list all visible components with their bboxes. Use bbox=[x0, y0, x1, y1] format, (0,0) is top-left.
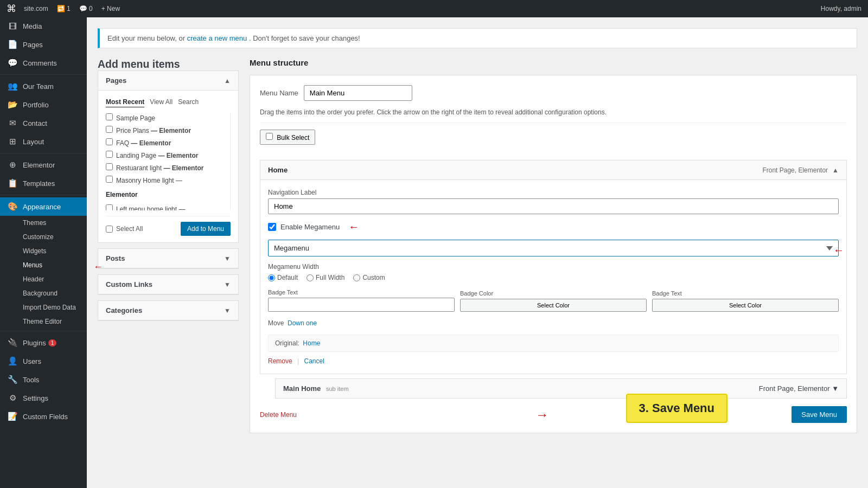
tab-search[interactable]: Search bbox=[178, 97, 199, 107]
cancel-link[interactable]: Cancel bbox=[304, 357, 324, 365]
megamenu-select-arrow: ← bbox=[833, 244, 844, 256]
menu-structure-title: Menu structure bbox=[250, 58, 857, 67]
list-item: Landing Page — Elementor bbox=[106, 150, 228, 159]
width-full-option[interactable]: Full Width bbox=[307, 274, 344, 281]
our-team-icon: 👥 bbox=[7, 81, 18, 91]
megamenu-layout-select[interactable]: Megamenu Standard Dropdown bbox=[268, 240, 839, 256]
badge-text2-col: Badge Text Select Color bbox=[652, 290, 839, 312]
sidebar-item-portfolio[interactable]: 📂 Portfolio bbox=[0, 95, 87, 114]
width-custom-radio[interactable] bbox=[353, 274, 360, 281]
tab-most-recent[interactable]: Most Recent bbox=[106, 97, 144, 107]
page-checkbox-sample[interactable] bbox=[106, 113, 113, 120]
bulk-select-checkbox[interactable] bbox=[266, 133, 273, 140]
categories-section-header[interactable]: Categories ▼ bbox=[98, 301, 238, 320]
menu-sub-header[interactable]: Main Home sub item Front Page, Elementor… bbox=[276, 379, 846, 398]
sidebar-item-our-team[interactable]: 👥 Our Team bbox=[0, 77, 87, 95]
page-checkbox-masonry[interactable] bbox=[106, 176, 113, 183]
select-text-color-button[interactable]: Select Color bbox=[652, 299, 839, 312]
sidebar-item-layout[interactable]: ⊞ Layout bbox=[0, 132, 87, 151]
list-item: Elementor bbox=[106, 188, 228, 201]
media-icon: 🎞 bbox=[7, 22, 18, 31]
sidebar-item-header[interactable]: Header bbox=[0, 272, 87, 286]
sidebar-item-comments[interactable]: 💬 Comments bbox=[0, 54, 87, 72]
select-badge-color-button[interactable]: Select Color bbox=[460, 299, 647, 312]
enable-megamenu-checkbox[interactable] bbox=[268, 223, 276, 231]
nav-label-label: Navigation Label bbox=[268, 189, 839, 196]
page-checkbox-faq[interactable] bbox=[106, 138, 113, 145]
sidebar-item-pages[interactable]: 📄 Pages bbox=[0, 35, 87, 54]
menu-item-home-header[interactable]: Home Front Page, Elementor ▲ bbox=[260, 160, 846, 179]
custom-links-section-header[interactable]: Custom Links ▼ bbox=[98, 275, 238, 294]
sidebar-item-templates[interactable]: 📋 Templates bbox=[0, 174, 87, 192]
add-menu-items-panel: Add menu items Pages ▲ Most Recent View … bbox=[98, 58, 239, 326]
width-full-radio[interactable] bbox=[307, 274, 314, 281]
sidebar-item-elementor[interactable]: ⊕ Elementor bbox=[0, 156, 87, 174]
tab-view-all[interactable]: View All bbox=[150, 97, 173, 107]
page-checkbox-landing[interactable] bbox=[106, 151, 113, 158]
pages-section-header[interactable]: Pages ▲ bbox=[98, 71, 238, 91]
width-default-radio[interactable] bbox=[268, 274, 275, 281]
posts-section-header[interactable]: Posts ▼ bbox=[98, 249, 238, 268]
sidebar-item-theme-editor[interactable]: Theme Editor bbox=[0, 314, 87, 329]
badge-color-col: Badge Color Select Color bbox=[460, 290, 647, 312]
sub-expand-icon[interactable]: ▼ bbox=[832, 384, 839, 393]
nav-label-row: Navigation Label bbox=[268, 189, 839, 214]
create-new-menu-link[interactable]: create a new menu bbox=[187, 34, 247, 42]
width-default-option[interactable]: Default bbox=[268, 274, 298, 281]
original-link[interactable]: Home bbox=[303, 339, 320, 347]
categories-section: Categories ▼ bbox=[98, 300, 239, 321]
enable-megamenu-label: Enable Megamenu bbox=[280, 223, 340, 231]
sidebar-item-settings[interactable]: ⚙ Settings bbox=[0, 389, 87, 407]
badge-text-input[interactable] bbox=[268, 298, 455, 312]
sidebar-item-contact[interactable]: ✉ Contact bbox=[0, 114, 87, 132]
sidebar-item-plugins[interactable]: 🔌 Plugins 1 bbox=[0, 333, 87, 352]
delete-menu-link[interactable]: Delete Menu bbox=[260, 411, 297, 419]
sidebar-item-appearance[interactable]: 🎨 Appearance bbox=[0, 197, 87, 216]
width-custom-option[interactable]: Custom bbox=[353, 274, 385, 281]
sidebar-item-users[interactable]: 👤 Users bbox=[0, 352, 87, 370]
menu-name-input[interactable] bbox=[304, 85, 412, 101]
sidebar-item-widgets[interactable]: Widgets bbox=[0, 244, 87, 258]
new-item-button[interactable]: + New bbox=[101, 5, 120, 12]
pages-chevron-icon: ▲ bbox=[224, 77, 231, 85]
menu-item-home-meta: Front Page, Elementor ▲ bbox=[762, 166, 839, 174]
page-checkbox-left-menu[interactable] bbox=[106, 204, 113, 210]
list-item: Left menu home light — bbox=[106, 204, 228, 210]
wp-logo-icon[interactable]: ⌘ bbox=[7, 3, 16, 15]
page-tabs: Most Recent View All Search bbox=[106, 97, 231, 107]
sidebar-item-media[interactable]: 🎞 Media bbox=[0, 17, 87, 35]
sidebar-item-background[interactable]: Background bbox=[0, 286, 87, 300]
save-menu-button[interactable]: Save Menu bbox=[792, 406, 847, 423]
sidebar-item-menus[interactable]: Menus ← bbox=[0, 258, 87, 272]
sidebar-item-tools[interactable]: 🔧 Tools bbox=[0, 370, 87, 389]
sidebar-item-custom-fields[interactable]: 📝 Custom Fields bbox=[0, 407, 87, 426]
site-name[interactable]: site.com bbox=[24, 5, 48, 12]
page-checkbox-restaurant[interactable] bbox=[106, 163, 113, 170]
bulk-select-button[interactable]: Bulk Select bbox=[260, 130, 315, 145]
original-row: Original: Home bbox=[268, 335, 839, 352]
portfolio-icon: 📂 bbox=[7, 100, 18, 110]
badge-row: Badge Text Badge Color Select Color Badg… bbox=[268, 289, 839, 312]
tools-icon: 🔧 bbox=[7, 375, 18, 384]
add-to-menu-button[interactable]: Add to Menu bbox=[181, 222, 231, 236]
page-checkbox-price-plans[interactable] bbox=[106, 126, 113, 133]
collapse-icon[interactable]: ▲ bbox=[832, 166, 839, 174]
badge-color-label: Badge Color bbox=[460, 290, 647, 297]
remove-link[interactable]: Remove bbox=[268, 357, 292, 365]
sidebar-item-import-demo[interactable]: Import Demo Data bbox=[0, 300, 87, 314]
main-wrapper: 🎞 Media 📄 Pages 💬 Comments 👥 Our Team 📂 … bbox=[0, 0, 868, 488]
save-arrow-icon: → bbox=[535, 407, 548, 422]
comments-count[interactable]: 💬 0 bbox=[79, 5, 93, 12]
updates-count[interactable]: 🔁 1 bbox=[57, 5, 71, 12]
move-down-one-link[interactable]: Down one bbox=[288, 319, 317, 327]
sub-item-meta: Front Page, Elementor ▼ bbox=[759, 384, 839, 393]
list-item: Sample Page bbox=[106, 113, 228, 122]
sidebar-item-customize[interactable]: Customize bbox=[0, 230, 87, 244]
current-indicator bbox=[85, 197, 87, 216]
nav-label-input[interactable] bbox=[268, 198, 839, 214]
select-all-label[interactable]: Select All bbox=[106, 225, 143, 233]
sidebar-item-themes[interactable]: Themes bbox=[0, 216, 87, 230]
notice-bar: Edit your menu below, or create a new me… bbox=[98, 28, 857, 48]
sidebar: 🎞 Media 📄 Pages 💬 Comments 👥 Our Team 📂 … bbox=[0, 17, 87, 488]
select-all-checkbox[interactable] bbox=[106, 226, 113, 233]
